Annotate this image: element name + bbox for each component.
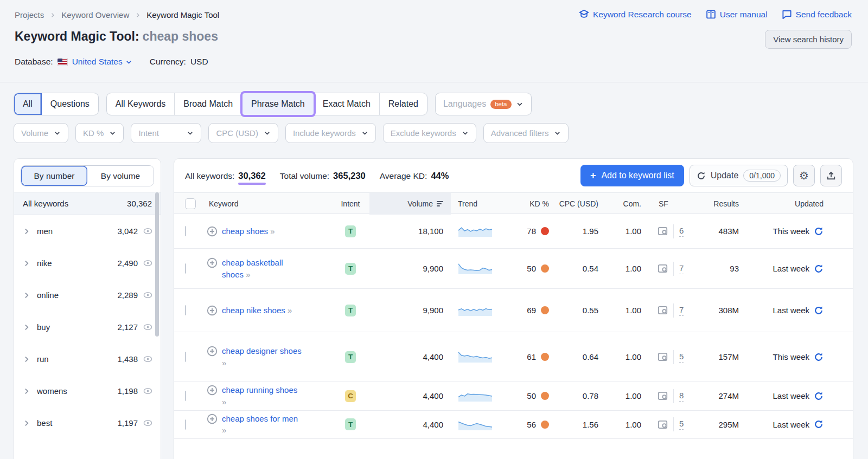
keyword-link[interactable]: cheap shoes for men » [222, 413, 304, 437]
sf-count[interactable]: 6 [679, 226, 684, 237]
add-to-keyword-list-button[interactable]: + Add to keyword list [580, 165, 684, 186]
row-checkbox[interactable] [185, 305, 186, 315]
eye-icon[interactable] [143, 354, 153, 364]
sidebar-group-online[interactable]: online 2,289 [14, 279, 161, 311]
send-feedback-link[interactable]: Send feedback [782, 9, 852, 20]
eye-icon[interactable] [143, 322, 153, 332]
add-keyword-icon[interactable] [207, 305, 218, 316]
refresh-keyword-button[interactable] [814, 391, 824, 401]
keyword-link[interactable]: cheap running shoes » [222, 384, 304, 408]
col-intent[interactable]: Intent [341, 199, 360, 208]
sidebar-group-buy[interactable]: buy 2,127 [14, 311, 161, 343]
updated-value: Last week [773, 391, 809, 400]
open-keyword-icon[interactable]: » [222, 358, 227, 367]
eye-icon[interactable] [143, 258, 153, 268]
tab-broad-match[interactable]: Broad Match [175, 93, 242, 115]
refresh-keyword-button[interactable] [814, 352, 824, 362]
tab-related[interactable]: Related [380, 93, 427, 115]
sidebar-scrollbar[interactable] [155, 192, 159, 337]
sidebar-all-keywords-row[interactable]: All keywords 30,362 [14, 192, 161, 215]
eye-icon[interactable] [143, 226, 153, 236]
row-checkbox[interactable] [185, 419, 186, 430]
open-keyword-icon[interactable]: » [222, 425, 227, 435]
col-com[interactable]: Com. [623, 199, 641, 208]
col-sf[interactable]: SF [659, 199, 668, 208]
add-keyword-icon[interactable] [207, 257, 218, 268]
col-cpc[interactable]: CPC (USD) [559, 199, 598, 208]
tab-all[interactable]: All [14, 93, 42, 115]
sort-by-volume-button[interactable]: By volume [87, 166, 154, 186]
open-keyword-icon[interactable]: » [246, 270, 251, 279]
volume-value: 4,400 [369, 391, 451, 400]
sf-count[interactable]: 8 [679, 391, 684, 402]
tab-questions[interactable]: Questions [42, 93, 98, 115]
col-keyword[interactable]: Keyword [209, 199, 238, 208]
open-keyword-icon[interactable]: » [288, 306, 292, 315]
eye-icon[interactable] [143, 418, 153, 428]
filter-volume[interactable]: Volume [14, 123, 68, 143]
sidebar-group-run[interactable]: run 1,438 [14, 343, 161, 375]
serp-features-icon[interactable] [658, 263, 668, 274]
add-keyword-icon[interactable] [207, 226, 218, 237]
database-selector[interactable]: United States [72, 57, 132, 67]
refresh-keyword-button[interactable] [814, 227, 824, 236]
open-keyword-icon[interactable]: » [222, 397, 227, 406]
filter-kd[interactable]: KD % [75, 123, 124, 143]
filter-intent[interactable]: Intent [131, 123, 201, 143]
view-search-history-button[interactable]: View search history [765, 30, 852, 49]
open-keyword-icon[interactable]: » [270, 227, 275, 236]
sf-count[interactable]: 5 [679, 419, 684, 430]
keyword-research-course-link[interactable]: Keyword Research course [579, 9, 692, 20]
keyword-link[interactable]: cheap shoes » [222, 225, 304, 237]
manual-icon [706, 9, 716, 20]
languages-dropdown[interactable]: Languages beta [436, 93, 531, 115]
sidebar-group-best[interactable]: best 1,197 [14, 407, 161, 439]
col-results[interactable]: Results [713, 199, 739, 208]
refresh-keyword-button[interactable] [814, 306, 824, 315]
add-keyword-icon[interactable] [207, 346, 218, 357]
breadcrumb-projects[interactable]: Projects [15, 10, 44, 20]
col-updated[interactable]: Updated [795, 199, 824, 208]
filter-cpc[interactable]: CPC (USD) [208, 123, 278, 143]
serp-features-icon[interactable] [658, 352, 668, 362]
user-manual-link[interactable]: User manual [706, 9, 768, 20]
sidebar-group-womens[interactable]: womens 1,198 [14, 375, 161, 407]
breadcrumb-keyword-overview[interactable]: Keyword Overview [61, 10, 129, 20]
serp-features-icon[interactable] [658, 419, 668, 430]
refresh-keyword-button[interactable] [814, 419, 824, 429]
col-volume[interactable]: Volume [369, 193, 451, 215]
tab-phrase-match[interactable]: Phrase Match [242, 93, 314, 115]
keyword-link[interactable]: cheap nike shoes » [222, 305, 304, 316]
sf-count[interactable]: 7 [679, 263, 684, 274]
refresh-keyword-button[interactable] [814, 264, 824, 274]
settings-button[interactable]: ⚙ [793, 165, 815, 186]
serp-features-icon[interactable] [658, 305, 668, 315]
row-checkbox[interactable] [185, 263, 186, 274]
filter-exclude-keywords[interactable]: Exclude keywords [383, 123, 476, 143]
serp-features-icon[interactable] [658, 226, 668, 236]
add-keyword-icon[interactable] [207, 413, 218, 424]
tab-exact-match[interactable]: Exact Match [314, 93, 380, 115]
row-checkbox[interactable] [185, 226, 186, 236]
col-kd[interactable]: KD % [529, 199, 549, 208]
add-keyword-icon[interactable] [207, 385, 218, 396]
eye-icon[interactable] [143, 290, 153, 300]
filter-include-keywords[interactable]: Include keywords [285, 123, 376, 143]
filter-advanced[interactable]: Advanced filters [483, 123, 569, 143]
sidebar-group-men[interactable]: men 3,042 [14, 215, 161, 247]
keyword-link[interactable]: cheap designer shoes » [222, 345, 304, 369]
serp-features-icon[interactable] [658, 391, 668, 401]
update-button[interactable]: Update 0/1,000 [690, 165, 788, 186]
sf-count[interactable]: 5 [679, 352, 684, 363]
keyword-link[interactable]: cheap basketball shoes » [222, 257, 304, 281]
kd-dot [541, 392, 549, 400]
sort-by-number-button[interactable]: By number [21, 166, 87, 186]
export-button[interactable] [820, 165, 842, 186]
tab-all-keywords[interactable]: All Keywords [107, 93, 175, 115]
row-checkbox[interactable] [185, 391, 186, 401]
row-checkbox[interactable] [185, 352, 186, 362]
sf-count[interactable]: 7 [679, 305, 684, 316]
sidebar-group-nike[interactable]: nike 2,490 [14, 247, 161, 279]
eye-icon[interactable] [143, 386, 153, 396]
select-all-checkbox[interactable] [185, 198, 196, 209]
